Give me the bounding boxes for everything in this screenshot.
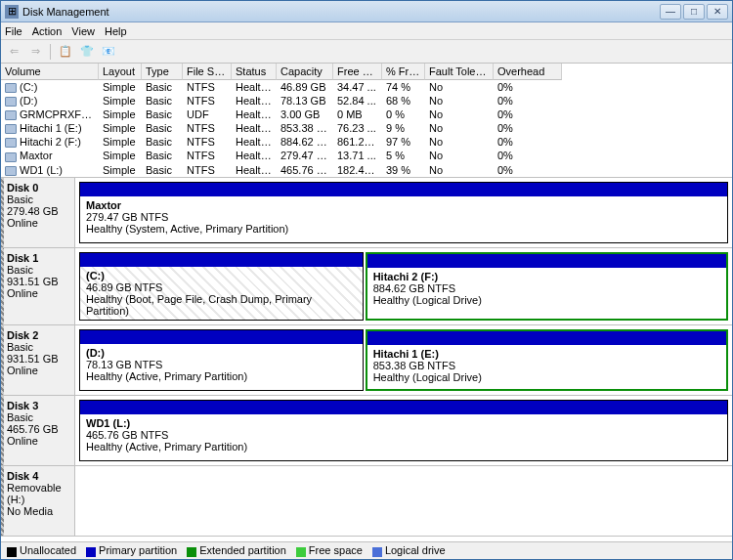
partition[interactable]: Maxtor279.47 GB NTFSHealthy (System, Act… <box>79 182 728 243</box>
app-icon: ⊞ <box>5 5 19 19</box>
partition[interactable]: WD1 (L:)465.76 GB NTFSHealthy (Active, P… <box>79 400 728 461</box>
legend-primary: Primary partition <box>86 544 177 556</box>
menubar: File Action View Help <box>1 22 732 40</box>
legend-logical: Logical drive <box>372 544 446 556</box>
toolbar: ⇐ ⇒ 📋 👕 📧 <box>1 40 732 64</box>
volume-row[interactable]: (C:)SimpleBasicNTFSHealthy ...46.89 GB34… <box>1 80 732 94</box>
disk-info: Disk 4Removable (H:)No Media <box>1 466 75 536</box>
menu-help[interactable]: Help <box>105 25 127 37</box>
volume-header: VolumeLayoutTypeFile SystemStatusCapacit… <box>1 64 732 80</box>
menu-file[interactable]: File <box>5 25 22 37</box>
disk-info: Disk 3Basic465.76 GBOnline <box>1 396 75 465</box>
disk-info: Disk 0Basic279.48 GBOnline <box>1 178 75 247</box>
volume-grid: VolumeLayoutTypeFile SystemStatusCapacit… <box>1 64 732 178</box>
disk-row[interactable]: Disk 1Basic931.51 GBOnline(C:)46.89 GB N… <box>1 248 732 325</box>
column-header[interactable]: Overhead <box>494 64 562 80</box>
window-title: Disk Management <box>22 6 660 18</box>
column-header[interactable]: Volume <box>1 64 99 80</box>
column-header[interactable]: File System <box>183 64 232 80</box>
window-buttons: — □ ✕ <box>660 4 728 20</box>
menu-view[interactable]: View <box>71 25 95 37</box>
volume-row[interactable]: (D:)SimpleBasicNTFSHealthy ...78.13 GB52… <box>1 94 732 108</box>
disk-row[interactable]: Disk 0Basic279.48 GBOnlineMaxtor279.47 G… <box>1 178 732 248</box>
disk-partitions: (D:)78.13 GB NTFSHealthy (Active, Primar… <box>75 325 732 395</box>
partition[interactable]: (C:)46.89 GB NTFSHealthy (Boot, Page Fil… <box>79 252 364 321</box>
legend-unallocated: Unallocated <box>7 544 76 556</box>
forward-button[interactable]: ⇒ <box>26 43 44 61</box>
volume-row[interactable]: Hitachi 2 (F:)SimpleBasicNTFSHealthy ...… <box>1 135 732 149</box>
column-header[interactable]: Type <box>142 64 183 80</box>
toolbar-separator <box>50 44 51 60</box>
disk-info: Disk 2Basic931.51 GBOnline <box>1 325 75 395</box>
volume-row[interactable]: GRMCPRXFRE...SimpleBasicUDFHealthy ...3.… <box>1 108 732 121</box>
column-header[interactable]: Capacity <box>277 64 333 80</box>
menu-action[interactable]: Action <box>32 25 63 37</box>
disk-row[interactable]: Disk 2Basic931.51 GBOnline(D:)78.13 GB N… <box>1 325 732 396</box>
disk-row[interactable]: Disk 4Removable (H:)No Media <box>1 466 732 537</box>
disk-partitions: (C:)46.89 GB NTFSHealthy (Boot, Page Fil… <box>75 248 732 324</box>
column-header[interactable]: Free S... <box>333 64 382 80</box>
legend-free: Free space <box>296 544 363 556</box>
volume-row[interactable]: WD1 (L:)SimpleBasicNTFSHealthy ...465.76… <box>1 163 732 177</box>
column-header[interactable]: Layout <box>99 64 142 80</box>
column-header[interactable]: Fault Tolerance <box>425 64 494 80</box>
partition[interactable]: Hitachi 2 (F:)884.62 GB NTFSHealthy (Log… <box>366 252 728 321</box>
volume-body: (C:)SimpleBasicNTFSHealthy ...46.89 GB34… <box>1 80 732 177</box>
minimize-button[interactable]: — <box>660 4 681 20</box>
legend: Unallocated Primary partition Extended p… <box>1 541 732 559</box>
refresh-button[interactable]: 📋 <box>57 43 74 61</box>
properties-button[interactable]: 👕 <box>78 43 96 61</box>
column-header[interactable]: Status <box>232 64 277 80</box>
legend-extended: Extended partition <box>187 544 286 556</box>
back-button[interactable]: ⇐ <box>5 43 22 61</box>
volume-row[interactable]: MaxtorSimpleBasicNTFSHealthy ...279.47 G… <box>1 149 732 162</box>
titlebar: ⊞ Disk Management — □ ✕ <box>1 1 732 22</box>
partition[interactable]: (D:)78.13 GB NTFSHealthy (Active, Primar… <box>79 329 364 391</box>
column-header[interactable]: % Free <box>382 64 425 80</box>
disk-info: Disk 1Basic931.51 GBOnline <box>1 248 75 324</box>
volume-row[interactable]: Hitachi 1 (E:)SimpleBasicNTFSHealthy ...… <box>1 121 732 135</box>
partition[interactable]: Hitachi 1 (E:)853.38 GB NTFSHealthy (Log… <box>366 329 728 391</box>
disk-partitions: Maxtor279.47 GB NTFSHealthy (System, Act… <box>75 178 732 247</box>
disk-row[interactable]: Disk 3Basic465.76 GBOnlineWD1 (L:)465.76… <box>1 396 732 466</box>
disk-partitions: WD1 (L:)465.76 GB NTFSHealthy (Active, P… <box>75 396 732 465</box>
disk-partitions <box>75 466 732 536</box>
disk-graph-pane: Disk 0Basic279.48 GBOnlineMaxtor279.47 G… <box>1 178 732 541</box>
maximize-button[interactable]: □ <box>683 4 705 20</box>
help-button[interactable]: 📧 <box>100 43 117 61</box>
close-button[interactable]: ✕ <box>707 4 728 20</box>
